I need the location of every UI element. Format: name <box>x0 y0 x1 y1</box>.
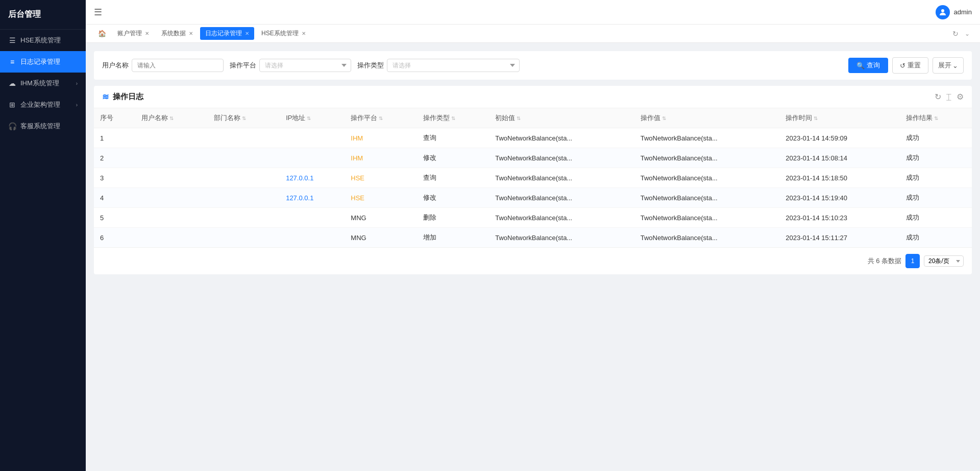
search-icon: 🔍 <box>856 62 865 69</box>
pagination: 共 6 条数据 1 20条/页 50条/页 100条/页 <box>94 247 972 274</box>
sidebar-item-customer[interactable]: 🎧 客服系统管理 <box>0 115 86 137</box>
col-optype-label: 操作类型 <box>423 114 450 122</box>
table-tools: ↻ ⌶ ⚙ <box>935 92 964 102</box>
sort-icon: ⇅ <box>451 115 455 121</box>
sidebar-item-logs[interactable]: ≡ 日志记录管理 <box>0 51 86 73</box>
ip-cell: 127.0.0.1 <box>280 168 345 188</box>
reset-label: 重置 <box>908 61 921 70</box>
sort-icon: ⇅ <box>169 115 174 121</box>
tab-hse-label: HSE系统管理 <box>261 29 299 38</box>
table-body: 1 IHM 查询 TwoNetworkBalance(sta... TwoNet… <box>94 128 972 248</box>
table-title-icon: ≋ <box>102 92 109 102</box>
tab-account-label: 账户管理 <box>117 29 142 38</box>
filter-username: 用户名称 <box>102 59 224 72</box>
col-username-label: 用户名称 <box>141 114 168 122</box>
table-row: 5 MNG 删除 TwoNetworkBalance(sta... TwoNet… <box>94 208 972 228</box>
optype-cell: 查询 <box>417 128 489 148</box>
tab-refresh-icon[interactable]: ↻ <box>950 28 961 40</box>
optime-cell: 2023-01-14 15:08:14 <box>779 148 899 168</box>
dept-cell <box>208 168 280 188</box>
hse-icon: ☰ <box>8 36 16 44</box>
tab-hse-close[interactable]: ✕ <box>302 31 306 36</box>
col-initial-label: 初始值 <box>495 114 515 122</box>
ip-cell <box>280 228 345 248</box>
expand-button[interactable]: 展开 ⌄ <box>933 57 964 74</box>
tab-logs[interactable]: 日志记录管理 ✕ <box>200 27 254 40</box>
tab-home[interactable]: 🏠 <box>94 28 110 39</box>
query-label: 查询 <box>867 61 880 70</box>
tab-hse[interactable]: HSE系统管理 ✕ <box>256 27 311 40</box>
username-cell <box>135 188 207 208</box>
dept-cell <box>208 208 280 228</box>
table-title: ≋ 操作日志 <box>102 92 143 102</box>
column-tool-icon[interactable]: ⌶ <box>946 92 951 102</box>
filter-panel: 用户名称 操作平台 请选择 IHM HSE MNG 操作类型 请选择 查询 修改 <box>94 51 972 80</box>
sidebar-item-label: 企业架构管理 <box>20 100 60 109</box>
ip-cell: 127.0.0.1 <box>280 188 345 208</box>
dept-cell <box>208 148 280 168</box>
topbar-left: ☰ <box>94 7 102 18</box>
platform-select[interactable]: 请选择 IHM HSE MNG <box>259 59 351 72</box>
opvalue-cell: TwoNetworkBalance(sta... <box>634 128 780 148</box>
col-result: 操作结果⇅ <box>900 108 972 128</box>
svg-point-0 <box>941 9 944 12</box>
optime-cell: 2023-01-14 15:11:27 <box>779 228 899 248</box>
filter-optype: 操作类型 请选择 查询 修改 删除 增加 <box>357 59 520 72</box>
tab-sysdata-close[interactable]: ✕ <box>189 31 193 36</box>
tab-account-close[interactable]: ✕ <box>145 31 149 36</box>
page-1-button[interactable]: 1 <box>905 254 920 268</box>
tab-account[interactable]: 账户管理 ✕ <box>112 27 154 40</box>
table-row: 1 IHM 查询 TwoNetworkBalance(sta... TwoNet… <box>94 128 972 148</box>
query-button[interactable]: 🔍 查询 <box>848 58 888 73</box>
reset-button[interactable]: ↺ 重置 <box>892 57 928 74</box>
col-seq: 序号 <box>94 108 135 128</box>
sort-icon: ⇅ <box>814 115 818 121</box>
topbar: ☰ admin <box>86 0 980 25</box>
opvalue-cell: TwoNetworkBalance(sta... <box>634 208 780 228</box>
table-row: 2 IHM 修改 TwoNetworkBalance(sta... TwoNet… <box>94 148 972 168</box>
customer-icon: 🎧 <box>8 122 16 130</box>
opvalue-cell: TwoNetworkBalance(sta... <box>634 188 780 208</box>
platform-cell: MNG <box>345 208 416 228</box>
username-input[interactable] <box>132 59 224 72</box>
result-cell: 成功 <box>900 208 972 228</box>
ip-cell <box>280 208 345 228</box>
tab-expand-btn[interactable]: ⌄ <box>963 28 972 39</box>
page-size-select[interactable]: 20条/页 50条/页 100条/页 <box>924 255 964 267</box>
platform-cell: HSE <box>345 168 416 188</box>
sort-icon: ⇅ <box>517 115 521 121</box>
seq-cell: 3 <box>94 168 135 188</box>
opvalue-cell: TwoNetworkBalance(sta... <box>634 228 780 248</box>
username-cell <box>135 168 207 188</box>
admin-name: admin <box>954 8 972 16</box>
sidebar-item-hse[interactable]: ☰ HSE系统管理 <box>0 30 86 51</box>
col-platform: 操作平台⇅ <box>345 108 416 128</box>
sidebar-item-enterprise[interactable]: ⊞ 企业架构管理 › <box>0 94 86 115</box>
opvalue-cell: TwoNetworkBalance(sta... <box>634 148 780 168</box>
platform-cell: IHM <box>345 128 416 148</box>
sort-icon: ⇅ <box>242 115 246 121</box>
settings-tool-icon[interactable]: ⚙ <box>957 92 964 102</box>
ihm-icon: ☁ <box>8 79 16 87</box>
initial-cell: TwoNetworkBalance(sta... <box>489 168 634 188</box>
tab-logs-close[interactable]: ✕ <box>245 31 249 36</box>
col-opvalue-label: 操作值 <box>641 114 660 122</box>
optype-select[interactable]: 请选择 查询 修改 删除 增加 <box>387 59 520 72</box>
sidebar-item-label: 客服系统管理 <box>20 122 60 131</box>
sidebar-item-ihm[interactable]: ☁ IHM系统管理 › <box>0 73 86 94</box>
initial-cell: TwoNetworkBalance(sta... <box>489 188 634 208</box>
filter-platform: 操作平台 请选择 IHM HSE MNG <box>230 59 351 72</box>
chevron-down-icon: ⌄ <box>965 30 970 37</box>
sidebar: 后台管理 ☰ HSE系统管理 ≡ 日志记录管理 ☁ IHM系统管理 › ⊞ 企业… <box>0 0 86 471</box>
menu-toggle-icon[interactable]: ☰ <box>94 7 102 18</box>
dept-cell <box>208 128 280 148</box>
data-table: 序号 用户名称⇅ 部门名称⇅ IP地址⇅ 操作平台⇅ 操作类型⇅ 初始值⇅ 操作… <box>94 108 972 247</box>
sort-icon: ⇅ <box>379 115 383 121</box>
refresh-tool-icon[interactable]: ↻ <box>935 92 941 102</box>
sidebar-item-label: HSE系统管理 <box>20 36 61 45</box>
logs-icon: ≡ <box>8 58 16 66</box>
username-cell <box>135 128 207 148</box>
chevron-right-icon: › <box>76 102 78 108</box>
col-initial: 初始值⇅ <box>489 108 634 128</box>
tab-sysdata[interactable]: 系统数据 ✕ <box>156 27 198 40</box>
